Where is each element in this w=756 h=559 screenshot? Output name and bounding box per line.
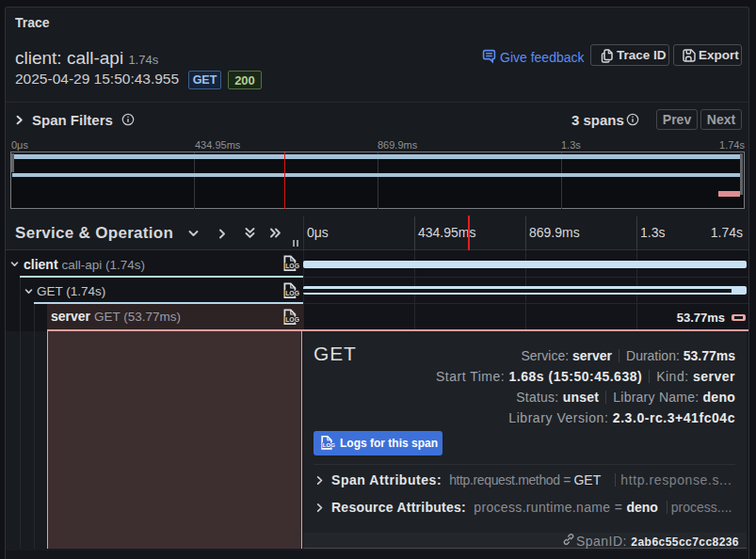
- svg-text:LOG: LOG: [285, 316, 299, 323]
- svg-text:LOG: LOG: [285, 263, 299, 269]
- svg-text:LOG: LOG: [285, 289, 299, 295]
- svg-text:LOG: LOG: [323, 442, 335, 448]
